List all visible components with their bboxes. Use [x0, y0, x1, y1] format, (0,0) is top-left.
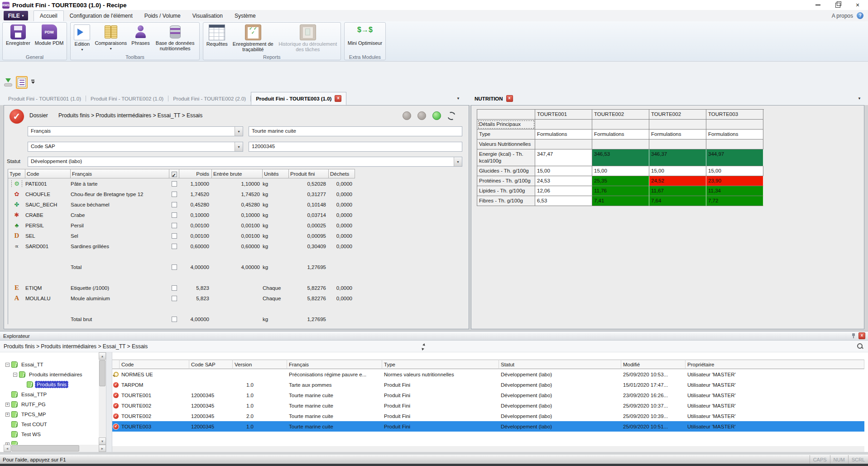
row-checkbox[interactable] [172, 202, 177, 207]
phrases-button[interactable]: Phrases [129, 23, 152, 46]
nutrition-dropdown-icon[interactable]: ▼ [858, 96, 861, 101]
tree-item-item[interactable]: + [4, 439, 99, 445]
ingredient-row[interactable]: ✤SAUC_BECHSauce béchamel0,452800,45280kg… [8, 199, 355, 210]
tree-list-splitter[interactable] [106, 352, 112, 452]
comparaisons-button[interactable]: Comparaisons▼ [92, 23, 129, 52]
product-name-field[interactable]: Tourte marine cuite [249, 126, 462, 136]
explorer-row-tourte001[interactable]: ✓TOURTE001120003451.0Tourte marine cuite… [112, 390, 864, 400]
row-checkbox[interactable] [172, 181, 177, 187]
status-circle-button-2[interactable] [417, 111, 426, 120]
tab-systeme[interactable]: Système [229, 11, 262, 21]
total-row[interactable]: Total4,000004,00000kg1,27695 [8, 262, 355, 272]
row-checkbox[interactable] [172, 317, 177, 322]
tab-close-icon[interactable]: x [335, 95, 341, 102]
ingredient-row[interactable]: ♣PERSILPersil0,001000,00100kg0,000250,00… [8, 220, 355, 231]
tab-poids-volume[interactable]: Poids / Volume [139, 11, 187, 21]
ingredient-row[interactable]: EETIQMEtiquette (/1000)5,823Chaque5,8227… [8, 283, 355, 293]
tree-item-produits-finis[interactable]: Produits finis [4, 380, 99, 389]
tab-configuration-de-l-element[interactable]: Configuration de l'élément [64, 11, 139, 21]
explorer-row-tourte002[interactable]: ✓TOURTE002120003452.0Tourte marine cuite… [112, 411, 864, 421]
explorer-col-header-statut[interactable]: Statut [499, 360, 621, 369]
import-icon[interactable] [4, 77, 13, 87]
select-all-checkbox[interactable] [172, 172, 177, 177]
tree-item-produits-intermediaires[interactable]: −Produits intermédiaires [4, 370, 99, 380]
search-icon[interactable] [857, 343, 863, 350]
row-checkbox[interactable] [172, 244, 177, 249]
explorer-col-header-code[interactable]: Code [120, 360, 189, 369]
doc-tab-produit-fini-tourte003-1-0[interactable]: Produit Fini - TOURTE003 (1.0)x [251, 92, 346, 105]
tab-accueil[interactable]: Accueil [34, 10, 64, 21]
nutrition-row-label[interactable]: Protéines - Th. g/100g [477, 176, 535, 186]
close-button[interactable]: × [854, 2, 861, 8]
row-checkbox[interactable] [172, 223, 177, 228]
tree-horizontal-scrollbar[interactable]: ◄ ► [4, 445, 106, 452]
scroll-down-icon[interactable]: ▼ [99, 437, 106, 445]
row-checkbox[interactable] [172, 296, 177, 301]
tree-item-test-cout[interactable]: Test COUT [4, 419, 99, 429]
nutrition-row-label[interactable]: Energie (kcal) - Th. kcal/100g [477, 149, 535, 166]
row-checkbox[interactable] [172, 285, 177, 291]
explorer-col-header-francais[interactable]: Français [287, 360, 382, 369]
explorer-row-tourte002[interactable]: ✓TOURTE002120003451.0Tourte marine cuite… [112, 400, 864, 411]
expander-minus-icon[interactable]: − [5, 363, 10, 367]
help-icon[interactable]: ? [857, 12, 863, 19]
module-pdm-button[interactable]: PDMModule PDM [33, 23, 66, 46]
nutrition-row-label[interactable]: Valeurs Nutritionnelles [477, 139, 535, 149]
nutrition-row-label[interactable]: Fibres - Th. g/100g [477, 196, 535, 206]
explorer-row-normes-ue[interactable]: NORMES UEPréconisations régime pauvre e.… [112, 369, 864, 380]
edition-button[interactable]: Edition▼ [72, 23, 92, 53]
nutrition-row-label[interactable]: Type [477, 130, 535, 139]
ingredient-row[interactable]: ⚙PATE001Pâte à tarte1,100001,10000kg0,52… [8, 178, 355, 189]
row-checkbox[interactable] [172, 264, 177, 270]
total-row[interactable]: Total brut4,00000kg1,27695 [8, 314, 355, 324]
ingredient-row[interactable]: DSELSel0,001000,00100kg0,000950,0000 [8, 231, 355, 241]
ingredient-row[interactable]: ∝SARD001Sardines grillées0,600000,60000k… [8, 241, 355, 251]
chevron-down-icon[interactable]: ▼ [81, 47, 84, 53]
ingredient-row[interactable]: AMOULALUMoule aluminium5,823Chaque5,8227… [8, 293, 355, 303]
explorer-col-header-version[interactable]: Version [233, 360, 287, 369]
tree-item-essai-tt[interactable]: −Essai_TT [4, 360, 99, 370]
tab-visualisation[interactable]: Visualisation [187, 11, 229, 21]
doc-tab-produit-fini-tourte002-1-0[interactable]: Produit Fini - TOURTE002 (1.0) [86, 92, 168, 105]
chevron-down-icon[interactable]: ▼ [109, 46, 112, 52]
enregistrement-de-tracabilite-button[interactable]: Enregistrement de traçabilité [230, 23, 276, 52]
scroll-up-icon[interactable]: ▲ [99, 352, 106, 360]
ingredient-row[interactable]: ✿CHOUFLEChou-fleur de Bretagne type 121,… [8, 189, 355, 199]
scroll-right-icon[interactable]: ► [99, 445, 106, 452]
about-menu-item[interactable]: A propos [832, 13, 853, 19]
tree-item-essai-ttp[interactable]: Essai_TTP [4, 389, 99, 399]
explorer-row-tourte003[interactable]: ✓TOURTE003120003451.0Tourte marine cuite… [112, 421, 864, 432]
form-view-icon[interactable] [16, 76, 28, 89]
ingredient-row[interactable]: ✱CRABECrabe0,100000,10000kg0,037140,0000 [8, 210, 355, 220]
explorer-col-header-code-sap[interactable]: Code SAP [189, 360, 233, 369]
scrollbar-thumb[interactable] [11, 445, 79, 452]
pin-icon[interactable] [851, 333, 856, 339]
nutrition-row-label[interactable]: Glucides - Th. g/100g [477, 166, 535, 176]
code-sap-field[interactable]: 12000345 [249, 142, 462, 152]
tree-item-test-ws[interactable]: Test WS [4, 429, 99, 439]
expander-plus-icon[interactable]: + [5, 413, 10, 417]
file-menu-button[interactable]: FILE ▾ [4, 11, 28, 20]
scroll-left-icon[interactable]: ◄ [4, 445, 11, 452]
toolbar-options-icon[interactable] [31, 80, 35, 85]
row-checkbox[interactable] [172, 212, 177, 218]
explorer-col-header-proprietaire[interactable]: Propriétaire [686, 360, 864, 369]
splitter-grip-icon[interactable] [420, 344, 427, 350]
explorer-row-tarpom[interactable]: ✓TARPOM1.0Tarte aux pommesProduit FiniDé… [112, 380, 864, 390]
nutrition-row-label[interactable]: Détails Principaux [477, 120, 535, 130]
doc-tab-produit-fini-tourte001-1-0[interactable]: Produit Fini - TOURTE001 (1.0) [4, 92, 86, 105]
doc-tabs-dropdown-icon[interactable]: ▼ [456, 96, 460, 101]
mini-optimiseur-button[interactable]: $→$Mini Optimiseur [345, 23, 384, 46]
explorer-col-header-type[interactable]: Type [382, 360, 499, 369]
requetes-button[interactable]: Requêtes [204, 23, 230, 47]
nutrition-row-label[interactable]: Lipides - Th. g/100g [477, 186, 535, 196]
nutrition-tab-close-icon[interactable]: x [506, 95, 513, 102]
refresh-icon[interactable] [446, 110, 456, 121]
language-select[interactable]: Français ▼ [28, 126, 243, 136]
tree-item-tpcs-mp[interactable]: +TPCS_MP [4, 409, 99, 419]
tab-nutrition[interactable]: NUTRITION x [475, 92, 513, 105]
scrollbar-thumb[interactable] [99, 360, 106, 386]
restore-button[interactable] [834, 2, 841, 8]
tree-vertical-scrollbar[interactable]: ▲ ▼ [99, 352, 106, 445]
expander-plus-icon[interactable]: + [5, 403, 10, 407]
